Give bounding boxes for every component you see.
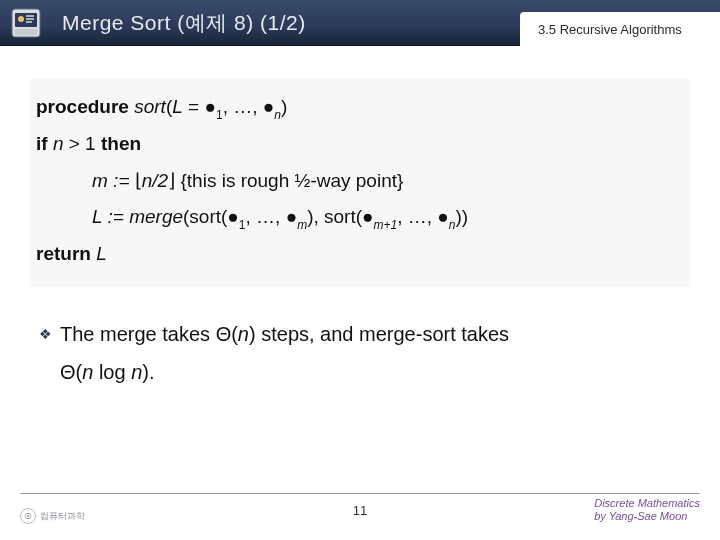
- svg-rect-4: [26, 18, 34, 20]
- body-line-2: Θ(n log n).: [30, 353, 690, 391]
- footer-divider: [20, 493, 700, 494]
- slide-header: Merge Sort (예제 8) (1/2) 3.5 Recursive Al…: [0, 0, 720, 46]
- bullet-icon: ❖: [30, 315, 60, 348]
- svg-rect-3: [26, 15, 34, 17]
- body-line-1: ❖ The merge takes Θ(n) steps, and merge-…: [30, 315, 690, 353]
- slide-footer: ⦿ 컴퓨터과학 11 Discrete Mathematics by Yang-…: [0, 490, 720, 530]
- code-line-4: L := merge(sort(●1, …, ●m), sort(●m+1, ……: [36, 200, 684, 235]
- logo-icon: ⦿: [20, 508, 36, 524]
- svg-rect-5: [26, 21, 32, 23]
- body-text: ❖ The merge takes Θ(n) steps, and merge-…: [30, 315, 690, 391]
- svg-point-2: [18, 16, 24, 22]
- code-line-1: procedure sort(L = ●1, …, ●n): [36, 90, 684, 125]
- page-number: 11: [353, 503, 367, 518]
- section-label: 3.5 Recursive Algorithms: [520, 12, 720, 46]
- header-icon: [4, 1, 48, 45]
- code-line-5: return L: [36, 237, 684, 271]
- logo-text: 컴퓨터과학: [40, 510, 85, 523]
- svg-rect-6: [15, 29, 37, 35]
- footer-credit: Discrete Mathematics by Yang-Sae Moon: [594, 497, 700, 525]
- code-line-3: m := ⌊n/2⌋ {this is rough ½-way point}: [36, 164, 684, 198]
- code-line-2: if n > 1 then: [36, 127, 684, 161]
- slide-title: Merge Sort (예제 8) (1/2): [62, 9, 306, 37]
- pseudocode-box: procedure sort(L = ●1, …, ●n) if n > 1 t…: [30, 78, 690, 287]
- footer-logo: ⦿ 컴퓨터과학: [20, 508, 85, 524]
- slide-content: procedure sort(L = ●1, …, ●n) if n > 1 t…: [0, 46, 720, 391]
